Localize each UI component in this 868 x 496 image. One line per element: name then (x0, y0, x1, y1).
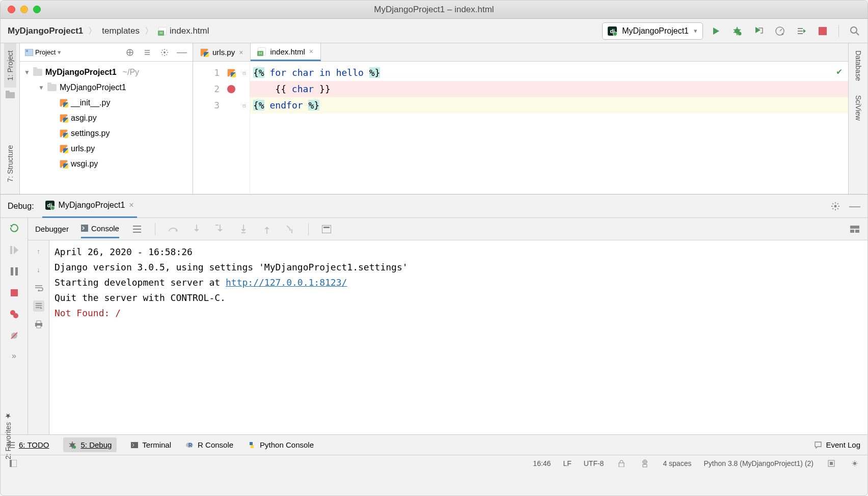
tree-file[interactable]: asgi.py (20, 111, 193, 126)
scroll-up-button[interactable]: ↑ (33, 245, 44, 257)
step-out-button[interactable] (261, 224, 273, 235)
server-url-link[interactable]: http://127.0.0.1:8123/ (226, 277, 347, 288)
scroll-to-end-button[interactable] (33, 300, 44, 312)
debug-session-tab[interactable]: dj MyDjangoProject1 × (42, 195, 137, 218)
profile-button[interactable] (774, 25, 785, 37)
tree-file[interactable]: settings.py (20, 126, 193, 141)
memory-indicator-icon[interactable] (826, 458, 837, 469)
python-console-tool-tab[interactable]: Python Console (248, 440, 314, 449)
breakpoint-icon[interactable] (227, 85, 235, 93)
notification-icon[interactable] (849, 458, 860, 469)
terminal-tool-tab[interactable]: Terminal (131, 440, 171, 449)
debug-tool-tab[interactable]: 5: Debug (63, 437, 117, 452)
bottom-tool-tabs: 2: Favorites ★ 6: TODO 5: Debug Terminal… (1, 434, 867, 455)
run-to-cursor-button[interactable] (285, 224, 296, 235)
more-button[interactable]: » (12, 351, 16, 361)
fold-close-icon[interactable]: ⊟ (239, 97, 250, 114)
code-line[interactable]: {% endfor %} (250, 97, 848, 114)
close-icon[interactable]: × (309, 47, 313, 56)
expand-all-button[interactable] (142, 47, 153, 58)
code-line[interactable]: {% for char in hello %} (250, 65, 848, 81)
project-tree[interactable]: ▼ MyDjangoProject1~/Py ▼ MyDjangoProject… (20, 62, 193, 175)
svg-rect-14 (15, 267, 18, 275)
breadcrumb-root[interactable]: MyDjangoProject1 (8, 26, 83, 36)
select-opened-file-button[interactable] (124, 47, 135, 58)
status-interpreter[interactable]: Python 3.8 (MyDjangoProject1) (2) (703, 459, 813, 467)
editor-tab-urls[interactable]: urls.py× (193, 43, 251, 61)
readonly-toggle-icon[interactable] (616, 458, 627, 469)
maximize-window-button[interactable] (33, 6, 41, 13)
tree-file[interactable]: wsgi.py (20, 156, 193, 172)
run-coverage-button[interactable] (753, 25, 764, 37)
sciview-tool-tab[interactable]: SciView (852, 88, 864, 128)
evaluate-expression-button[interactable] (321, 224, 332, 235)
status-indent[interactable]: 4 spaces (663, 459, 691, 467)
html-file-icon (258, 47, 266, 56)
print-button[interactable] (33, 319, 44, 330)
resume-button[interactable] (9, 244, 20, 256)
hide-panel-button[interactable]: — (849, 201, 860, 212)
close-window-button[interactable] (8, 6, 15, 13)
close-icon[interactable]: × (129, 201, 133, 210)
hide-panel-button[interactable]: — (176, 47, 187, 58)
breadcrumb-folder[interactable]: templates (102, 26, 140, 36)
project-tool-tab[interactable]: 1: Project (4, 43, 16, 88)
hector-icon[interactable] (639, 458, 650, 469)
pause-button[interactable] (9, 266, 20, 277)
mute-breakpoints-button[interactable] (9, 330, 20, 341)
status-line-ending[interactable]: LF (563, 459, 571, 467)
run-button[interactable] (710, 25, 721, 37)
tree-file[interactable]: __init__.py (20, 95, 193, 111)
editor-tab-index[interactable]: index.html× (251, 43, 321, 61)
step-over-button[interactable] (168, 224, 179, 235)
breadcrumb-file[interactable]: index.html (158, 26, 209, 36)
event-log-button[interactable]: Event Log (815, 440, 860, 449)
step-into-button[interactable] (191, 224, 202, 235)
breakpoint-gutter[interactable] (224, 62, 239, 194)
settings-gear-icon[interactable] (159, 47, 170, 58)
fold-gutter[interactable]: ⊟ ⊟ (239, 62, 250, 194)
console-tab[interactable]: Console (81, 224, 119, 238)
rerun-button[interactable] (9, 223, 20, 234)
search-everywhere-button[interactable] (849, 25, 860, 37)
attach-debugger-button[interactable] (796, 25, 807, 37)
code-editor[interactable]: 1 2 3 ⊟ ⊟ {% for char in hello %} {{ cha… (193, 62, 848, 194)
fold-open-icon[interactable]: ⊟ (239, 65, 250, 81)
database-tool-tab[interactable]: Database (852, 43, 864, 88)
titlebar: MyDjangoProject1 – index.html (1, 1, 867, 19)
svg-rect-25 (850, 226, 859, 229)
console-output[interactable]: April 26, 2020 - 16:58:26 Django version… (49, 240, 867, 434)
close-icon[interactable]: × (239, 48, 243, 57)
scroll-down-button[interactable]: ↓ (33, 264, 44, 275)
debugger-tab[interactable]: Debugger (35, 225, 69, 233)
chevron-right-icon: 〉 (145, 25, 153, 37)
svg-rect-30 (37, 325, 41, 328)
favorites-tool-tab[interactable]: 2: Favorites ★ (4, 412, 12, 459)
layout-button[interactable] (849, 224, 860, 235)
chevron-right-icon: 〉 (88, 25, 97, 37)
code-line[interactable]: {{ char }} (250, 81, 848, 97)
project-view-selector[interactable]: Project▾ (25, 48, 61, 56)
tree-root[interactable]: ▼ MyDjangoProject1~/Py (20, 65, 193, 80)
force-step-into-button[interactable] (238, 224, 249, 235)
debug-button[interactable] (731, 25, 743, 37)
window-title: MyDjangoProject1 – index.html (374, 5, 494, 15)
run-config-selector[interactable]: dj MyDjangoProject1 ▾ (602, 22, 703, 40)
left-tool-gutter: 1: Project 7: Structure (1, 43, 20, 194)
tree-folder[interactable]: ▼ MyDjangoProject1 (20, 80, 193, 95)
python-file-icon (200, 48, 208, 57)
inspection-ok-icon[interactable]: ✔ (836, 66, 842, 76)
menu-icon[interactable] (131, 224, 143, 235)
minimize-window-button[interactable] (20, 6, 28, 13)
stop-debug-button[interactable] (9, 287, 20, 298)
view-breakpoints-button[interactable] (9, 309, 20, 320)
step-into-my-code-button[interactable] (214, 224, 226, 235)
stop-button[interactable] (817, 25, 828, 37)
soft-wrap-button[interactable] (33, 282, 44, 293)
r-console-tool-tab[interactable]: RR Console (185, 440, 233, 449)
structure-tool-tab[interactable]: 7: Structure (4, 138, 16, 189)
todo-tool-tab[interactable]: 6: TODO (8, 440, 49, 449)
status-encoding[interactable]: UTF-8 (584, 459, 604, 467)
tree-file[interactable]: urls.py (20, 141, 193, 156)
settings-gear-icon[interactable] (830, 201, 841, 212)
